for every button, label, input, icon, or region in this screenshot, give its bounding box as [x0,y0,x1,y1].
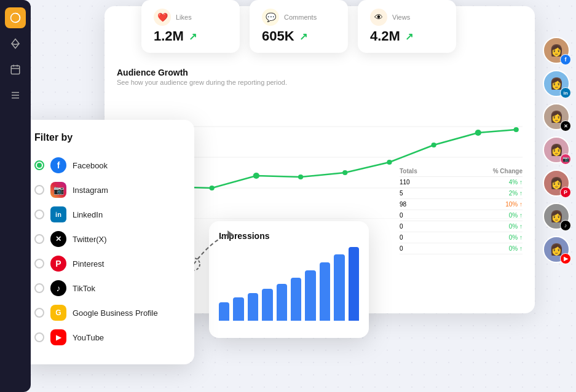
svg-marker-16 [227,230,234,238]
filter-item-twitter[interactable]: ✕ Twitter(X) [34,227,182,251]
stat-card-likes: ❤️ Likes 1.2M ↗ [141,0,240,53]
svg-point-10 [298,174,303,179]
filter-item-instagram[interactable]: 📷 Instagram [34,178,182,202]
bar-5 [291,278,301,321]
svg-rect-1 [11,66,20,74]
youtube-icon: ▶ [50,329,66,345]
radio-tiktok[interactable] [34,283,44,293]
radio-twitter[interactable] [34,234,44,244]
twitter-label: Twitter(X) [73,235,107,244]
svg-point-11 [342,170,347,175]
sidebar-icon-analytics[interactable] [5,7,26,28]
filter-title: Filter by [34,132,182,143]
filter-item-linkedin[interactable]: in LinkedIn [34,202,182,227]
bar-2 [248,293,258,321]
filter-panel: Filter by f Facebook 📷 Instagram in Link… [22,120,194,364]
radio-pinterest[interactable] [34,259,44,269]
bar-9 [349,247,359,321]
table-row: 98 10% ↑ [400,199,523,210]
pinterest-icon: P [50,256,66,272]
avatar-column: 👩 f 👩 in 👩 ✕ 👩 📷 👩 P 👩 ♪ 👩 ▶ [543,37,570,263]
avatar-badge-2: in [560,87,571,98]
stat-card-views: 👁 Views 4.2M ↗ [358,0,456,53]
table-row: 0 0% ↑ [400,221,523,232]
avatar-6[interactable]: 👩 ♪ [543,203,570,230]
stat-cards: ❤️ Likes 1.2M ↗ 💬 Comments 605K ↗ 👁 View… [141,0,456,53]
avatar-3[interactable]: 👩 ✕ [543,103,570,130]
comments-value: 605K [262,28,294,44]
instagram-icon: 📷 [50,182,66,198]
views-icon: 👁 [370,9,387,26]
avatar-7[interactable]: 👩 ▶ [543,236,570,263]
bar-8 [334,254,344,321]
table-row: 110 4% ↑ [400,177,523,188]
data-table: Totals % Change 110 4% ↑ 5 2% ↑ 98 10% ↑… [400,166,523,254]
pinterest-label: Pinterest [73,259,104,269]
table-row: 5 2% ↑ [400,188,523,199]
svg-point-9 [253,173,259,179]
likes-icon: ❤️ [154,9,171,26]
table-row: 0 0% ↑ [400,232,523,243]
avatar-badge-7: ▶ [560,253,571,264]
avatar-badge-6: ♪ [560,220,571,231]
avatar-1[interactable]: 👩 f [543,37,570,64]
sidebar-icon-library[interactable] [5,85,26,106]
google-business-label: Google Business Profile [73,308,158,318]
comments-icon: 💬 [262,9,279,26]
svg-point-13 [432,143,436,147]
google-business-icon: G [50,305,66,321]
avatar-badge-4: 📷 [560,154,571,165]
linkedin-icon: in [50,206,66,222]
radio-linkedin[interactable] [34,210,44,219]
bar-3 [262,289,272,321]
table-header-change: % Change [493,168,523,174]
views-arrow: ↗ [405,31,413,42]
facebook-label: Facebook [73,161,108,170]
avatar-5[interactable]: 👩 P [543,170,570,197]
likes-label: Likes [176,14,192,21]
avatar-badge-1: f [560,54,571,65]
bar-0 [219,302,229,321]
table-header-totals: Totals [400,168,417,174]
views-value: 4.2M [370,28,400,44]
bar-7 [320,262,330,321]
radio-google-business[interactable] [34,308,44,318]
sidebar-icon-navigation[interactable] [5,33,26,54]
comments-label: Comments [284,14,317,21]
filter-item-youtube[interactable]: ▶ YouTube [34,325,182,350]
tiktok-label: TikTok [73,284,95,293]
avatar-4[interactable]: 👩 📷 [543,136,570,163]
radio-youtube[interactable] [34,332,44,342]
bar-6 [305,270,315,321]
svg-point-14 [475,130,481,136]
twitter-icon: ✕ [50,231,66,247]
tiktok-icon: ♪ [50,280,66,296]
avatar-badge-3: ✕ [560,120,571,131]
comments-arrow: ↗ [299,31,307,42]
likes-value: 1.2M [154,28,184,44]
views-label: Views [392,14,410,21]
filter-item-pinterest[interactable]: P Pinterest [34,251,182,276]
chart-subtitle: See how your audience grew during the re… [117,79,523,86]
filter-item-tiktok[interactable]: ♪ TikTok [34,276,182,300]
likes-arrow: ↗ [189,31,197,42]
sidebar-icon-calendar[interactable] [5,59,26,80]
stat-card-comments: 💬 Comments 605K ↗ [250,0,348,53]
radio-instagram[interactable] [34,185,44,195]
table-row: 0 0% ↑ [400,243,523,254]
svg-point-15 [514,127,519,132]
table-row: 0 0% ↑ [400,210,523,221]
facebook-icon: f [50,157,66,173]
avatar-2[interactable]: 👩 in [543,70,570,97]
filter-item-facebook[interactable]: f Facebook [34,153,182,178]
svg-point-8 [210,186,215,190]
youtube-label: YouTube [73,333,104,342]
bar-4 [277,284,287,321]
filter-item-google-business[interactable]: G Google Business Profile [34,300,182,325]
svg-point-12 [387,160,392,165]
radio-facebook[interactable] [34,160,44,170]
bar-1 [233,297,243,321]
chart-title: Audience Growth [117,68,523,77]
avatar-badge-5: P [560,187,571,198]
instagram-label: Instagram [73,186,108,195]
